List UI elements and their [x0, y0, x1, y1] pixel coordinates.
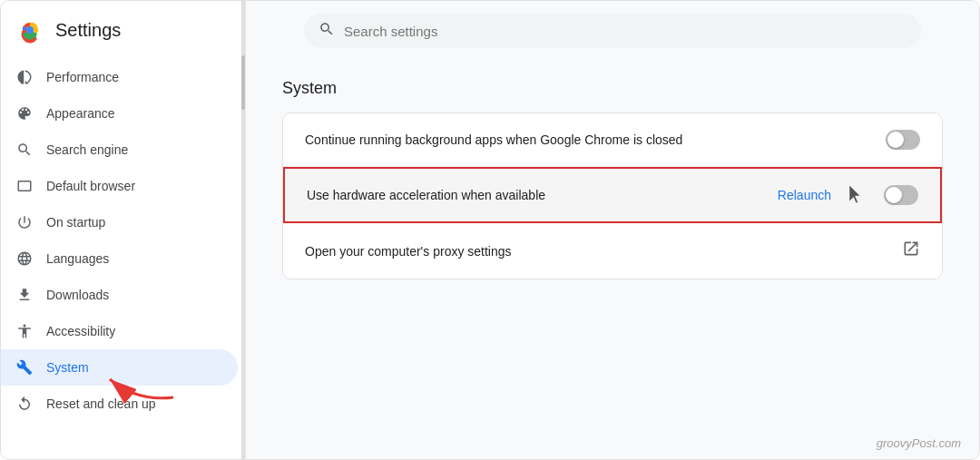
sidebar-nav: Performance Appearance Search engine — [1, 59, 245, 459]
settings-card: Continue running background apps when Go… — [282, 113, 943, 279]
languages-icon — [15, 250, 34, 268]
sidebar-item-downloads[interactable]: Downloads — [1, 277, 238, 313]
sidebar-header: Settings — [1, 1, 245, 59]
cursor-icon — [849, 185, 866, 205]
toggle-thumb-hw — [886, 187, 902, 203]
settings-row-proxy: Open your computer's proxy settings — [283, 223, 942, 279]
search-engine-icon — [15, 141, 34, 159]
downloads-icon — [15, 286, 34, 304]
sidebar-item-search-engine[interactable]: Search engine — [1, 132, 238, 168]
hardware-acceleration-toggle[interactable] — [884, 185, 918, 205]
search-icon — [318, 21, 335, 41]
watermark: groovyPost.com — [877, 436, 961, 450]
sidebar: Settings Performance Appearance — [1, 1, 246, 459]
sidebar-label-downloads: Downloads — [46, 288, 109, 302]
svg-point-1 — [26, 26, 34, 34]
sidebar-scrollbar[interactable] — [241, 1, 245, 459]
sidebar-scrollbar-thumb — [241, 55, 245, 110]
sidebar-item-performance[interactable]: Performance — [1, 59, 238, 95]
system-icon — [15, 358, 34, 377]
sidebar-item-reset[interactable]: Reset and clean up — [1, 386, 238, 422]
sidebar-label-performance: Performance — [46, 70, 119, 84]
sidebar-label-system: System — [46, 360, 89, 375]
background-apps-toggle[interactable] — [886, 130, 920, 150]
main-content: System Continue running background apps … — [246, 1, 979, 459]
accessibility-icon — [15, 322, 34, 340]
section-title: System — [282, 79, 943, 98]
default-browser-icon — [15, 177, 34, 195]
hardware-acceleration-controls: Relaunch — [778, 185, 918, 205]
sidebar-item-accessibility[interactable]: Accessibility — [1, 313, 238, 349]
sidebar-label-accessibility: Accessibility — [46, 324, 115, 338]
appearance-icon — [15, 104, 34, 122]
search-bar — [304, 14, 921, 48]
sidebar-item-on-startup[interactable]: On startup — [1, 204, 238, 240]
content-area: System Continue running background apps … — [246, 61, 979, 459]
sidebar-label-reset: Reset and clean up — [46, 396, 156, 411]
relaunch-button[interactable]: Relaunch — [778, 188, 831, 202]
on-startup-icon — [15, 213, 34, 231]
toggle-thumb — [887, 132, 904, 148]
settings-row-background-apps: Continue running background apps when Go… — [283, 113, 942, 167]
settings-row-hardware-acceleration: Use hardware acceleration when available… — [283, 167, 942, 223]
sidebar-label-languages: Languages — [46, 251, 109, 266]
performance-icon — [15, 68, 34, 86]
sidebar-label-on-startup: On startup — [46, 215, 105, 230]
chrome-logo-icon — [15, 15, 44, 44]
sidebar-item-default-browser[interactable]: Default browser — [1, 168, 238, 204]
sidebar-label-appearance: Appearance — [46, 106, 115, 121]
hardware-acceleration-label: Use hardware acceleration when available — [307, 188, 778, 202]
sidebar-item-appearance[interactable]: Appearance — [1, 95, 238, 132]
sidebar-item-system[interactable]: System — [1, 349, 238, 386]
external-link-icon[interactable] — [902, 240, 920, 262]
background-apps-controls — [886, 130, 920, 150]
sidebar-label-default-browser: Default browser — [46, 179, 135, 193]
proxy-label: Open your computer's proxy settings — [305, 244, 902, 259]
search-input[interactable] — [344, 24, 906, 39]
sidebar-title: Settings — [55, 20, 121, 41]
reset-icon — [15, 395, 34, 413]
search-bar-container — [246, 1, 979, 61]
sidebar-item-languages[interactable]: Languages — [1, 240, 238, 277]
background-apps-label: Continue running background apps when Go… — [305, 132, 886, 147]
proxy-controls — [902, 240, 920, 262]
sidebar-label-search-engine: Search engine — [46, 142, 128, 157]
